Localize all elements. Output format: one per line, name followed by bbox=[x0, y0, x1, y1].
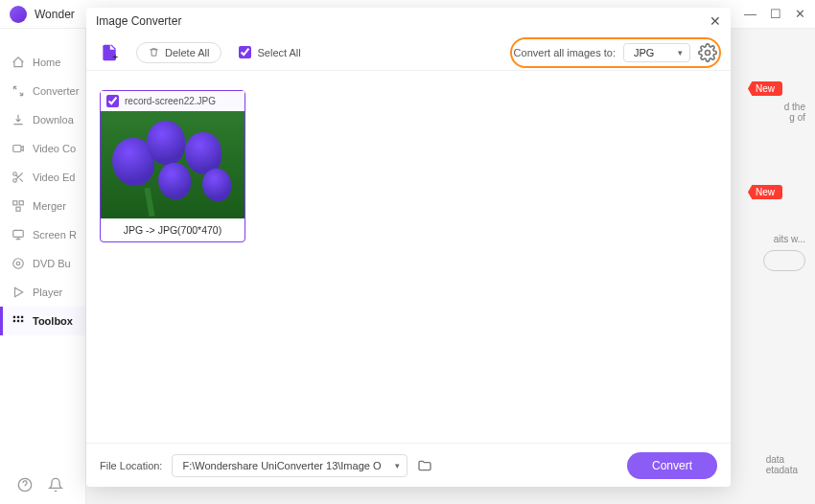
background-panel: New d the g of bbox=[748, 79, 805, 123]
sidebar-item-label: DVD Bu bbox=[33, 258, 71, 269]
svg-marker-9 bbox=[15, 287, 23, 296]
app-name: Wonder bbox=[35, 8, 75, 21]
window-controls: — ☐ ✕ bbox=[744, 7, 805, 21]
file-thumbnail bbox=[101, 111, 244, 218]
bg-text: d the bbox=[748, 102, 805, 112]
sidebar-item-label: Toolbox bbox=[33, 315, 73, 327]
svg-point-8 bbox=[16, 262, 20, 265]
sidebar-item-player[interactable]: Player bbox=[0, 278, 85, 307]
sidebar-item-label: Player bbox=[33, 286, 62, 298]
convert-to-label: Convert all images to: bbox=[514, 47, 616, 58]
file-conversion-label: JPG -> JPG(700*470) bbox=[101, 218, 244, 241]
svg-rect-10 bbox=[13, 316, 15, 318]
home-icon bbox=[12, 56, 25, 69]
select-all-input[interactable] bbox=[239, 46, 251, 58]
sidebar-item-dvd-burner[interactable]: DVD Bu bbox=[0, 249, 85, 278]
file-card-header: record-screen22.JPG bbox=[101, 91, 244, 111]
file-checkbox[interactable] bbox=[106, 95, 119, 107]
dialog-close-button[interactable]: ✕ bbox=[710, 13, 721, 29]
video-icon bbox=[12, 142, 25, 155]
svg-rect-0 bbox=[13, 146, 21, 152]
disc-icon bbox=[12, 257, 25, 270]
image-converter-dialog: Image Converter ✕ + Delete All Select Al… bbox=[86, 8, 731, 487]
svg-point-7 bbox=[13, 259, 24, 269]
download-icon bbox=[12, 113, 25, 126]
sidebar-item-label: Home bbox=[33, 57, 60, 68]
dialog-toolbar: + Delete All Select All Convert all imag… bbox=[86, 34, 731, 71]
svg-rect-3 bbox=[13, 201, 17, 205]
add-file-icon[interactable]: + bbox=[100, 43, 119, 62]
play-icon bbox=[12, 286, 25, 299]
peek-text: etadata bbox=[766, 465, 798, 475]
merger-icon bbox=[12, 199, 25, 213]
new-badge: New bbox=[748, 185, 782, 199]
close-window-button[interactable]: ✕ bbox=[795, 7, 805, 21]
sidebar-item-video-compressor[interactable]: Video Co bbox=[0, 134, 85, 163]
scissors-icon bbox=[12, 171, 25, 184]
select-all-label: Select All bbox=[257, 47, 300, 58]
trash-icon bbox=[149, 47, 159, 57]
screen-icon bbox=[12, 228, 25, 241]
svg-rect-15 bbox=[21, 320, 23, 322]
convert-target-group: Convert all images to: ▾ bbox=[514, 43, 717, 62]
sidebar-item-video-editor[interactable]: Video Ed bbox=[0, 163, 85, 192]
svg-rect-4 bbox=[19, 201, 23, 205]
svg-rect-11 bbox=[17, 316, 19, 318]
dialog-header: Image Converter ✕ bbox=[86, 8, 731, 34]
svg-point-2 bbox=[13, 179, 17, 183]
open-folder-icon[interactable] bbox=[417, 458, 432, 473]
format-select[interactable] bbox=[623, 43, 690, 62]
delete-all-button[interactable]: Delete All bbox=[136, 42, 221, 63]
svg-rect-6 bbox=[13, 230, 24, 237]
bg-text: g of bbox=[748, 112, 805, 123]
sidebar-item-toolbox[interactable]: Toolbox bbox=[0, 307, 85, 335]
svg-text:+: + bbox=[112, 52, 118, 62]
new-badge: New bbox=[748, 81, 782, 96]
svg-point-1 bbox=[13, 172, 17, 176]
sidebar-item-label: Converter bbox=[33, 85, 79, 97]
sidebar-item-home[interactable]: Home bbox=[0, 48, 85, 77]
bg-pill bbox=[763, 250, 805, 271]
grid-icon bbox=[12, 314, 25, 328]
sidebar: Home Converter Downloa Video Co Video Ed… bbox=[0, 29, 86, 504]
sidebar-item-screen-recorder[interactable]: Screen R bbox=[0, 220, 85, 249]
svg-rect-14 bbox=[17, 320, 19, 322]
background-peek: data etadata bbox=[766, 454, 798, 475]
bg-text: aits w... bbox=[748, 234, 805, 244]
svg-rect-13 bbox=[13, 320, 15, 322]
app-logo bbox=[10, 6, 27, 23]
svg-point-18 bbox=[706, 50, 710, 55]
dialog-footer: File Location: ▾ Convert bbox=[86, 443, 731, 487]
dialog-title: Image Converter bbox=[96, 14, 181, 28]
sidebar-item-merger[interactable]: Merger bbox=[0, 192, 85, 220]
sidebar-item-label: Downloa bbox=[33, 114, 74, 126]
delete-all-label: Delete All bbox=[165, 47, 209, 58]
sidebar-bottom bbox=[0, 477, 85, 496]
file-name: record-screen22.JPG bbox=[125, 96, 216, 106]
sidebar-item-downloader[interactable]: Downloa bbox=[0, 105, 85, 134]
sidebar-item-label: Video Co bbox=[33, 143, 76, 154]
sidebar-item-label: Video Ed bbox=[33, 172, 75, 183]
minimize-button[interactable]: — bbox=[744, 7, 757, 21]
file-location-label: File Location: bbox=[100, 460, 162, 471]
file-card[interactable]: record-screen22.JPG JPG -> JPG(700*470) bbox=[100, 90, 245, 242]
file-location-input[interactable] bbox=[172, 454, 408, 477]
bell-icon[interactable] bbox=[48, 477, 63, 496]
sidebar-item-label: Screen R bbox=[33, 229, 77, 241]
background-panel: New aits w... bbox=[748, 182, 805, 271]
help-icon[interactable] bbox=[17, 477, 33, 496]
sidebar-item-converter[interactable]: Converter bbox=[0, 77, 85, 105]
maximize-button[interactable]: ☐ bbox=[770, 7, 781, 21]
file-grid: record-screen22.JPG JPG -> JPG(700*470) bbox=[86, 71, 731, 443]
svg-rect-5 bbox=[16, 207, 20, 211]
svg-rect-12 bbox=[21, 316, 23, 318]
convert-button[interactable]: Convert bbox=[627, 452, 717, 479]
select-all-checkbox[interactable]: Select All bbox=[239, 46, 300, 58]
converter-icon bbox=[12, 84, 25, 98]
sidebar-item-label: Merger bbox=[33, 200, 66, 212]
settings-icon[interactable] bbox=[698, 43, 717, 62]
peek-text: data bbox=[766, 454, 798, 465]
